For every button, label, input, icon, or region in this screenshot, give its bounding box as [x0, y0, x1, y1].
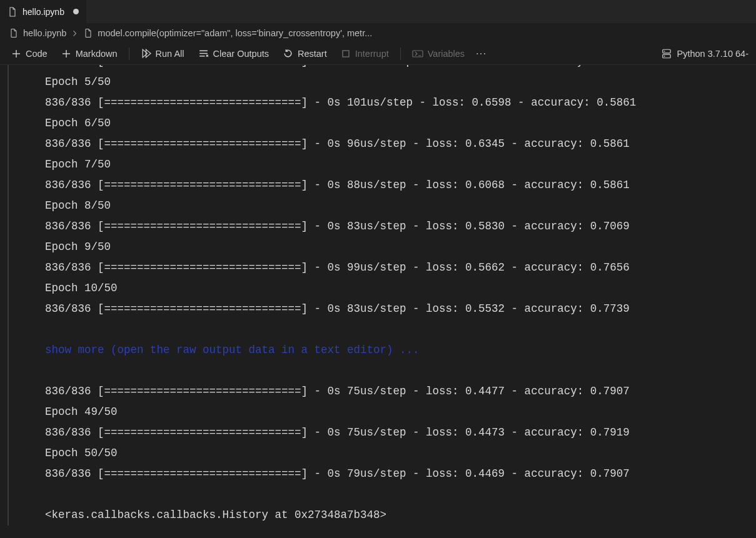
toolbar-separator [400, 47, 401, 60]
variables-label: Variables [428, 49, 465, 59]
restart-icon [283, 48, 293, 59]
kernel-picker-button[interactable]: Python 3.7.10 64- [661, 48, 751, 59]
file-icon [8, 7, 18, 17]
variables-icon [412, 49, 423, 59]
more-actions-button[interactable]: ··· [472, 45, 490, 62]
toolbar-separator [129, 47, 129, 60]
breadcrumb-file-label: hello.ipynb [23, 28, 66, 38]
run-all-button[interactable]: Run All [134, 46, 191, 61]
notebook-toolbar: Code Markdown Run All Clear Outputs Rest… [0, 42, 756, 65]
restart-label: Restart [298, 49, 327, 59]
tab-filename: hello.ipynb [23, 7, 64, 17]
tab-hello-ipynb[interactable]: hello.ipynb [0, 0, 87, 23]
server-icon [661, 48, 672, 59]
tab-bar: hello.ipynb [0, 0, 756, 24]
output-text: 836/836 [==============================]… [9, 65, 756, 526]
svg-rect-2 [662, 49, 670, 53]
plus-icon [61, 49, 71, 59]
breadcrumb-file[interactable]: hello.ipynb [9, 28, 66, 38]
variables-button[interactable]: Variables [406, 46, 471, 61]
svg-point-5 [663, 56, 665, 57]
cell-output: 836/836 [==============================]… [0, 65, 756, 538]
clear-outputs-icon [198, 48, 209, 59]
show-more-link[interactable]: show more (open the raw output data in a… [45, 344, 420, 356]
chevron-right-icon [71, 30, 78, 37]
output-gutter: 836/836 [==============================]… [8, 65, 756, 526]
restart-button[interactable]: Restart [276, 46, 333, 61]
dirty-indicator-icon [73, 9, 79, 14]
add-code-label: Code [26, 49, 48, 59]
breadcrumb-cell[interactable]: model.compile(optimizer="adam", loss='bi… [83, 28, 372, 38]
kernel-label: Python 3.7.10 64- [677, 49, 748, 59]
svg-point-4 [663, 51, 665, 52]
plus-icon [11, 49, 21, 59]
interrupt-icon [341, 49, 351, 59]
ellipsis-icon: ··· [476, 47, 486, 59]
run-all-icon [141, 48, 151, 59]
svg-rect-3 [662, 54, 670, 58]
add-markdown-cell-button[interactable]: Markdown [55, 46, 124, 61]
file-icon [83, 28, 93, 38]
add-markdown-label: Markdown [76, 49, 118, 59]
run-all-label: Run All [156, 49, 184, 59]
interrupt-button[interactable]: Interrupt [335, 46, 395, 61]
file-icon [9, 28, 19, 38]
clear-outputs-button[interactable]: Clear Outputs [192, 46, 275, 61]
svg-rect-1 [413, 51, 423, 57]
svg-rect-0 [343, 51, 349, 57]
clear-outputs-label: Clear Outputs [213, 49, 269, 59]
breadcrumb: hello.ipynb model.compile(optimizer="ada… [0, 24, 756, 42]
interrupt-label: Interrupt [355, 49, 389, 59]
breadcrumb-cell-label: model.compile(optimizer="adam", loss='bi… [98, 28, 372, 38]
add-code-cell-button[interactable]: Code [5, 46, 54, 61]
